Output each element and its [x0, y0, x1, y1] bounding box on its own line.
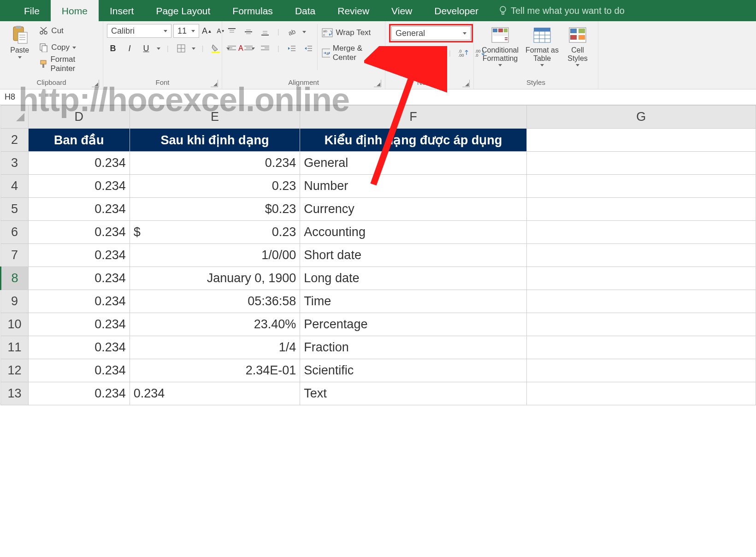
- cell[interactable]: $0.23: [130, 221, 300, 244]
- cell-styles-button[interactable]: Cell Styles: [561, 24, 594, 66]
- row-header[interactable]: 3: [1, 152, 29, 175]
- bold-button[interactable]: B: [107, 42, 119, 54]
- number-format-select[interactable]: General: [391, 26, 471, 40]
- cell[interactable]: $0.23: [130, 198, 300, 221]
- cell[interactable]: [526, 382, 756, 405]
- cell[interactable]: 0.234: [28, 359, 130, 382]
- cell[interactable]: [526, 129, 756, 152]
- align-middle-button[interactable]: [242, 26, 254, 38]
- cell[interactable]: [526, 359, 756, 382]
- cell[interactable]: Short date: [300, 244, 526, 267]
- cell[interactable]: 0.234: [28, 198, 130, 221]
- column-header[interactable]: E: [130, 106, 300, 129]
- align-top-button[interactable]: [226, 26, 238, 38]
- cut-button[interactable]: Cut: [37, 24, 99, 38]
- cell[interactable]: [526, 267, 756, 290]
- tab-review[interactable]: Review: [326, 0, 380, 21]
- select-all-corner[interactable]: [1, 106, 29, 129]
- accounting-format-button[interactable]: $: [389, 47, 401, 59]
- cell[interactable]: 0.234: [28, 313, 130, 336]
- dialog-launcher-icon[interactable]: [211, 80, 218, 87]
- wrap-text-button[interactable]: abcWrap Text: [320, 26, 381, 40]
- worksheet[interactable]: D E F G 2 Ban đầu Sau khi định dạng Kiểu…: [0, 105, 756, 405]
- format-as-table-button[interactable]: Format as Table: [523, 24, 561, 66]
- header-cell[interactable]: Sau khi định dạng: [130, 129, 300, 152]
- borders-button[interactable]: [175, 42, 187, 54]
- tab-page-layout[interactable]: Page Layout: [145, 0, 221, 21]
- header-cell[interactable]: Kiểu định dạng được áp dụng: [300, 129, 526, 152]
- merge-center-button[interactable]: aMerge & Center: [320, 46, 381, 60]
- row-header[interactable]: 9: [1, 290, 29, 313]
- header-cell[interactable]: Ban đầu: [28, 129, 130, 152]
- cell[interactable]: 0.23: [130, 175, 300, 198]
- cell[interactable]: 0.234: [28, 382, 130, 405]
- tab-view[interactable]: View: [380, 0, 423, 21]
- percent-format-button[interactable]: %: [414, 47, 426, 59]
- align-center-button[interactable]: [242, 42, 254, 54]
- cell[interactable]: [526, 244, 756, 267]
- fill-color-button[interactable]: [210, 42, 222, 54]
- cell[interactable]: [526, 290, 756, 313]
- dialog-launcher-icon[interactable]: [374, 80, 381, 87]
- cell[interactable]: 0.234: [130, 382, 300, 405]
- cell[interactable]: Long date: [300, 267, 526, 290]
- align-bottom-button[interactable]: [259, 26, 271, 38]
- cell[interactable]: 0.234: [28, 244, 130, 267]
- cell[interactable]: 05:36:58: [130, 290, 300, 313]
- cell[interactable]: 23.40%: [130, 313, 300, 336]
- column-header[interactable]: D: [28, 106, 130, 129]
- column-header[interactable]: G: [526, 106, 756, 129]
- row-header[interactable]: 4: [1, 175, 29, 198]
- cell[interactable]: Fraction: [300, 336, 526, 359]
- column-header[interactable]: F: [300, 106, 526, 129]
- cell[interactable]: Time: [300, 290, 526, 313]
- increase-indent-button[interactable]: [302, 42, 314, 54]
- decrease-indent-button[interactable]: [286, 42, 298, 54]
- cell[interactable]: Number: [300, 175, 526, 198]
- cell[interactable]: Scientific: [300, 359, 526, 382]
- tab-home[interactable]: Home: [51, 0, 99, 21]
- cell[interactable]: [526, 152, 756, 175]
- font-size-select[interactable]: 11: [173, 24, 199, 38]
- align-right-button[interactable]: [259, 42, 271, 54]
- row-header[interactable]: 7: [1, 244, 29, 267]
- dialog-launcher-icon[interactable]: [92, 80, 99, 87]
- cell[interactable]: [526, 221, 756, 244]
- orientation-button[interactable]: ab: [286, 26, 298, 38]
- cell[interactable]: 0.234: [28, 336, 130, 359]
- cell[interactable]: 2.34E-01: [130, 359, 300, 382]
- row-header[interactable]: 2: [1, 129, 29, 152]
- cell[interactable]: 0.234: [28, 221, 130, 244]
- cell[interactable]: [526, 198, 756, 221]
- underline-button[interactable]: U: [140, 42, 152, 54]
- tab-insert[interactable]: Insert: [99, 0, 145, 21]
- italic-button[interactable]: I: [124, 42, 136, 54]
- comma-format-button[interactable]: ,: [431, 47, 443, 59]
- cell[interactable]: January 0, 1900: [130, 267, 300, 290]
- row-header[interactable]: 11: [1, 336, 29, 359]
- cell[interactable]: 0.234: [28, 290, 130, 313]
- copy-button[interactable]: Copy: [37, 41, 99, 54]
- name-box[interactable]: H8: [0, 90, 46, 104]
- row-header[interactable]: 13: [1, 382, 29, 405]
- cell[interactable]: General: [300, 152, 526, 175]
- row-header[interactable]: 8: [1, 267, 29, 290]
- increase-decimal-button[interactable]: .0.00: [457, 47, 469, 59]
- increase-font-button[interactable]: A▲: [201, 25, 213, 37]
- align-left-button[interactable]: [226, 42, 238, 54]
- tell-me-search[interactable]: Tell me what you want to do: [490, 0, 625, 21]
- cell[interactable]: [526, 336, 756, 359]
- cell[interactable]: 0.234: [28, 175, 130, 198]
- tab-developer[interactable]: Developer: [423, 0, 490, 21]
- cell[interactable]: Accounting: [300, 221, 526, 244]
- cell[interactable]: 0.234: [130, 152, 300, 175]
- font-name-select[interactable]: Calibri: [107, 24, 171, 38]
- cell[interactable]: Currency: [300, 198, 526, 221]
- format-painter-button[interactable]: Format Painter: [37, 57, 99, 71]
- cell[interactable]: 1/4: [130, 336, 300, 359]
- paste-button[interactable]: Paste: [4, 24, 35, 59]
- cell[interactable]: [526, 313, 756, 336]
- cell[interactable]: Percentage: [300, 313, 526, 336]
- tab-file[interactable]: File: [13, 0, 51, 21]
- cell[interactable]: 1/0/00: [130, 244, 300, 267]
